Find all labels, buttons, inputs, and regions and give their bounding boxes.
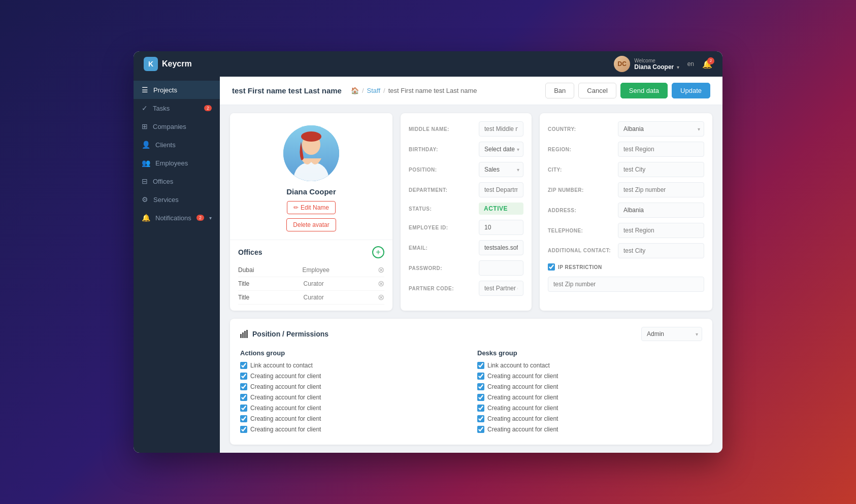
label-zip: ZIP NUMBER: [548,187,614,193]
user-text: Welcome Diana Cooper ▾ [634,58,679,71]
input-extra[interactable] [548,277,704,292]
perm-item-actions-0: Link account to contact [240,362,465,369]
perm-checkbox-desks-6[interactable] [477,426,484,433]
sidebar-item-offices[interactable]: ⊟ Offices [134,172,220,190]
svg-point-2 [301,131,321,142]
form-row-telephone: TELEPHONE: [548,223,704,238]
office-name-1: Title [238,280,249,287]
perm-checkbox-actions-3[interactable] [240,394,247,401]
input-additional-contact[interactable] [618,243,704,258]
input-partner-code[interactable] [479,281,523,296]
user-name: Diana Cooper [634,63,674,71]
input-city[interactable] [618,162,704,177]
delete-avatar-button[interactable]: Delete avatar [286,218,336,231]
office-row-0: Dubai Employee ⊗ [238,263,384,277]
label-address: ADDRESS: [548,208,614,213]
role-select[interactable]: Admin Manager Employee [641,327,702,341]
perm-label-actions-5: Creating account for client [250,415,321,422]
page-header: test First name test Last name 🏠 / Staff… [220,77,722,105]
perm-checkbox-actions-2[interactable] [240,383,247,390]
perm-checkbox-desks-1[interactable] [477,373,484,380]
birthday-select-wrap: Select date [479,142,523,157]
input-employee-id[interactable] [479,220,523,235]
perm-item-desks-1: Creating account for client [477,373,702,380]
logo-icon: K [144,57,158,71]
perm-checkbox-actions-0[interactable] [240,362,247,369]
scroll-content: Diana Cooper ✏ Edit Name Delete avatar O… [220,105,722,453]
ip-restriction-checkbox[interactable] [548,263,555,271]
input-zip[interactable] [618,182,704,197]
send-data-button[interactable]: Send data [620,83,668,98]
perm-checkbox-actions-5[interactable] [240,415,247,422]
form-row-country: COUNTRY: Albania [548,121,704,137]
perm-label-actions-3: Creating account for client [250,394,321,401]
add-office-button[interactable]: + [372,246,384,258]
label-employee-id: EMPLOYEE ID: [409,225,475,230]
input-password[interactable] [479,260,523,276]
edit-name-button[interactable]: ✏ Edit Name [287,201,336,214]
perm-checkbox-desks-5[interactable] [477,415,484,422]
profile-offices-section: Offices + Dubai Employee ⊗ Title Curator [230,240,392,311]
perm-item-desks-5: Creating account for client [477,415,702,422]
update-button[interactable]: Update [672,83,710,98]
ban-button[interactable]: Ban [545,83,574,98]
perm-checkbox-desks-0[interactable] [477,362,484,369]
sidebar-item-companies[interactable]: ⊞ Companies [134,117,220,136]
desks-group-title: Desks group [477,349,702,357]
perm-checkbox-actions-1[interactable] [240,373,247,380]
perm-label-desks-4: Creating account for client [487,405,558,412]
office-remove-0-icon[interactable]: ⊗ [378,266,384,274]
sidebar-item-services[interactable]: ⚙ Services [134,190,220,209]
perm-checkbox-desks-2[interactable] [477,383,484,390]
select-country[interactable]: Albania [618,121,704,137]
perm-label-desks-2: Creating account for client [487,383,558,390]
office-remove-1-icon[interactable]: ⊗ [378,280,384,288]
perm-checkbox-desks-4[interactable] [477,405,484,412]
user-info: DC Welcome Diana Cooper ▾ [614,56,679,72]
breadcrumb: test First name test Last name 🏠 / Staff… [232,86,477,95]
select-position[interactable]: Sales [479,162,523,177]
permissions-title-text: Position / Permissions [252,330,328,338]
input-address[interactable] [618,203,704,218]
sidebar-item-employees[interactable]: 👥 Employees [134,154,220,172]
lang-button[interactable]: en [687,60,694,68]
breadcrumb-sep-1: / [362,87,364,94]
perm-label-actions-2: Creating account for client [250,383,321,390]
office-row-1: Title Curator ⊗ [238,277,384,291]
projects-icon: ☰ [142,86,148,94]
input-email[interactable] [479,240,523,255]
sidebar-label-tasks: Tasks [153,105,170,112]
edit-icon: ✏ [293,204,299,211]
input-telephone[interactable] [618,223,704,238]
offices-title: Offices [238,248,262,256]
sidebar-item-tasks[interactable]: ✓ Tasks 2 [134,99,220,117]
office-remove-2-icon[interactable]: ⊗ [378,293,384,301]
clients-icon: 👤 [142,141,150,149]
perm-label-desks-1: Creating account for client [487,373,558,380]
svg-rect-4 [242,332,244,338]
sidebar-item-notifications[interactable]: 🔔 Notifications 2 ▾ [134,209,220,227]
label-birthday: BIRTHDAY: [409,147,475,152]
input-department[interactable] [479,182,523,197]
perm-checkbox-actions-4[interactable] [240,405,247,412]
cancel-button[interactable]: Cancel [578,83,616,98]
svg-rect-3 [240,334,242,338]
sidebar-item-projects[interactable]: ☰ Projects [134,81,220,99]
profile-avatar-section: Diana Cooper ✏ Edit Name Delete avatar [230,113,392,240]
ip-restriction-label: IP RESTRICTION [558,264,602,270]
bell-icon[interactable]: 🔔 2 [702,59,712,69]
input-middle-name[interactable] [479,121,523,137]
breadcrumb-staff-link[interactable]: Staff [367,87,381,94]
perm-label-desks-3: Creating account for client [487,394,558,401]
perm-checkbox-actions-6[interactable] [240,426,247,433]
content-area: test First name test Last name 🏠 / Staff… [220,77,722,453]
input-region[interactable] [618,142,704,157]
offices-header: Offices + [238,246,384,258]
select-birthday[interactable]: Select date [479,142,523,157]
perm-checkbox-desks-3[interactable] [477,394,484,401]
sidebar-label-services: Services [153,196,179,204]
sidebar-item-clients[interactable]: 👤 Clients [134,136,220,154]
offices-icon: ⊟ [142,177,148,185]
label-country: COUNTRY: [548,126,614,132]
form-row-password: PASSWORD: [409,260,523,276]
